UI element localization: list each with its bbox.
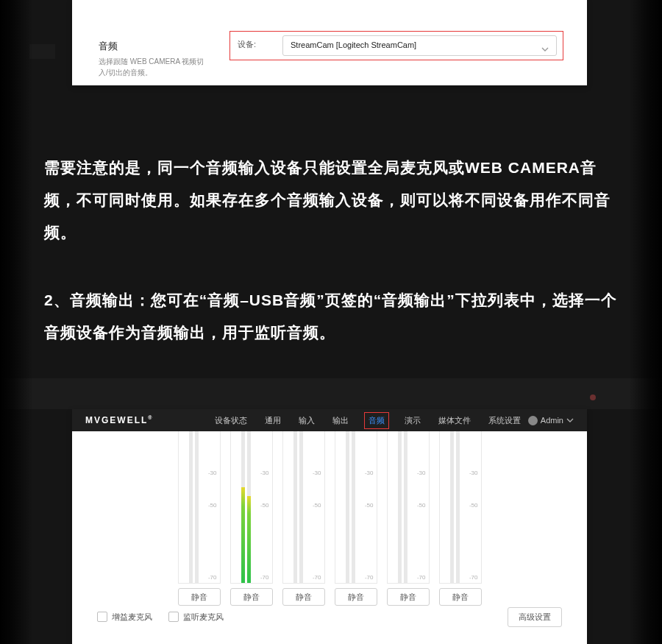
admin-label: Admin [541, 416, 563, 425]
meter-bar-right [247, 431, 251, 583]
meter-1: -30-50-70 [230, 431, 273, 584]
device-field-label: 设备: [238, 39, 256, 50]
checkbox-icon [97, 612, 107, 622]
tick-label: -70 [208, 574, 217, 581]
tick-label: -70 [417, 574, 426, 581]
meter-bar-right [195, 431, 199, 583]
tick-label: -30 [417, 470, 426, 476]
admin-dropdown[interactable]: Admin [528, 416, 574, 425]
screenshot-audio-device: 音频 选择跟随 WEB CAMERA 视频切入/切出的音频。 设备: Strea… [72, 0, 587, 85]
tick-label: -30 [469, 470, 478, 476]
tick-label: -50 [208, 502, 217, 509]
meter-5: -30-50-70 [439, 431, 482, 584]
section-desc-audio: 选择跟随 WEB CAMERA 视频切入/切出的音频。 [99, 56, 209, 78]
meter-bar-left [346, 431, 349, 583]
nav-menu: 设备状态通用输入输出音频演示媒体文件系统设置 [213, 412, 523, 429]
body-paragraph-1: 需要注意的是，同一个音频输入设备只能设置全局麦克风或WEB CAMERA音频，不… [44, 152, 618, 249]
device-select-value: StreamCam [Logitech StreamCam] [291, 40, 416, 49]
nav-item-7[interactable]: 系统设置 [486, 412, 523, 429]
checkbox-label: 监听麦克风 [183, 612, 224, 623]
tick-label: -70 [260, 574, 269, 581]
tick-label: -30 [208, 470, 217, 476]
brand-logo: MVGEWELL® [85, 415, 154, 425]
checkbox-label: 增益麦克风 [112, 612, 152, 623]
tick-label: -50 [469, 502, 478, 509]
screenshot-audio-mixer: MVGEWELL® 设备状态通用输入输出音频演示媒体文件系统设置 Admin -… [72, 409, 587, 644]
meter-bar-left [189, 431, 193, 583]
checkbox-monitor-mic[interactable]: 监听麦克风 [168, 612, 224, 623]
checkbox-icon [168, 612, 179, 622]
nav-item-0[interactable]: 设备状态 [213, 412, 249, 429]
nav-item-5[interactable]: 演示 [402, 412, 423, 429]
tick-label: -70 [365, 574, 374, 581]
meter-bar-left [450, 431, 454, 583]
tick-label: -50 [260, 502, 269, 509]
body-paragraph-2: 2、音频输出：您可在“音频–USB音频”页签的“音频输出”下拉列表中，选择一个音… [44, 284, 618, 349]
tick-label: -50 [417, 502, 426, 509]
meter-4: -30-50-70 [387, 431, 430, 584]
tick-label: -30 [313, 470, 321, 476]
tick-label: -30 [260, 470, 269, 476]
nav-item-3[interactable]: 输出 [330, 412, 351, 429]
meter-bar-right [352, 431, 355, 583]
meter-2: -30-50-70 [282, 431, 325, 584]
meter-bar-left [398, 431, 402, 583]
nav-item-4[interactable]: 音频 [364, 412, 389, 429]
bottom-controls: 增益麦克风 监听麦克风 高级设置 [72, 602, 587, 631]
section-title-audio: 音频 [99, 40, 118, 53]
nav-item-1[interactable]: 通用 [263, 412, 283, 429]
avatar-icon [528, 416, 538, 425]
meter-3: -30-50-70 [335, 431, 377, 584]
chevron-down-icon [541, 43, 549, 56]
meter-bar-left [293, 431, 297, 583]
meter-bar-left [241, 431, 245, 583]
meter-0: -30-50-70 [178, 431, 221, 584]
tick-label: -70 [469, 574, 478, 581]
tick-label: -70 [313, 574, 321, 581]
device-field-highlight: 设备: StreamCam [Logitech StreamCam] [229, 31, 563, 60]
meter-bar-right [404, 431, 407, 583]
tick-label: -50 [313, 502, 321, 509]
nav-item-2[interactable]: 输入 [296, 412, 317, 429]
top-nav: MVGEWELL® 设备状态通用输入输出音频演示媒体文件系统设置 Admin [72, 409, 587, 431]
chevron-down-icon [566, 417, 574, 424]
meter-bar-right [456, 431, 460, 583]
device-select[interactable]: StreamCam [Logitech StreamCam] [282, 35, 557, 56]
tick-label: -50 [365, 502, 374, 509]
tick-label: -30 [365, 470, 374, 476]
advanced-settings-button[interactable]: 高级设置 [508, 607, 562, 627]
nav-item-6[interactable]: 媒体文件 [436, 412, 473, 429]
checkbox-gain-mic[interactable]: 增益麦克风 [97, 612, 152, 623]
meters-area: -30-50-70-30-50-70-30-50-70-30-50-70-30-… [72, 431, 587, 602]
meter-bar-right [299, 431, 303, 583]
